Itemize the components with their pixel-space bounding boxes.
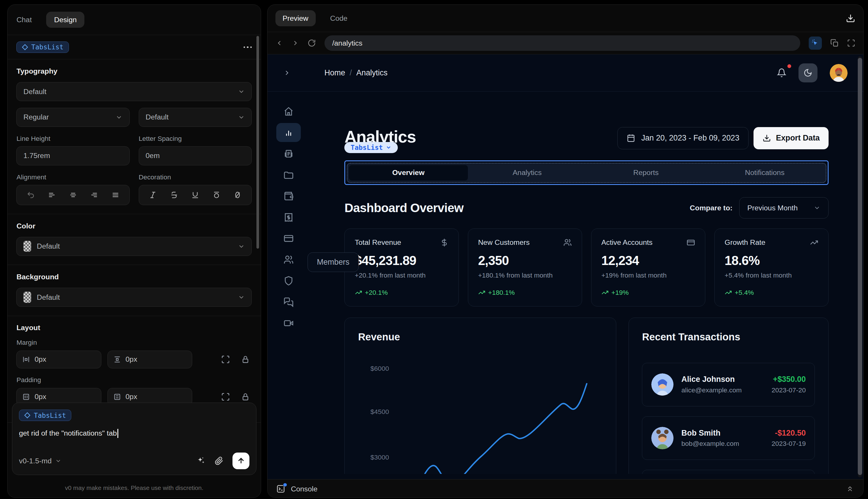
chevron-down-icon xyxy=(238,88,245,95)
tab-code[interactable]: Code xyxy=(330,14,347,23)
composer-input[interactable]: get rid of the "notifications" tab xyxy=(19,429,249,438)
font-weight-select[interactable]: Regular xyxy=(16,108,130,127)
preview-scrollbar[interactable] xyxy=(858,58,862,475)
margin-y-input[interactable]: 0px xyxy=(108,351,192,368)
credit-card-icon xyxy=(284,233,294,243)
sidebar-item-printer[interactable] xyxy=(276,144,301,163)
reset-alignment-icon[interactable] xyxy=(27,191,35,199)
lock-margin-icon[interactable] xyxy=(241,355,250,364)
color-select[interactable]: Default xyxy=(16,237,252,256)
avatar-bob xyxy=(651,427,673,449)
component-chip-tabslist[interactable]: TabsList xyxy=(16,41,69,53)
decoration-label: Decoration xyxy=(139,173,252,181)
sidebar-item-video[interactable] xyxy=(276,314,301,333)
strikethrough-icon[interactable] xyxy=(170,191,178,199)
padding-vertical-icon xyxy=(113,393,121,401)
export-data-button[interactable]: Export Data xyxy=(754,127,829,149)
sidebar-item-folder[interactable] xyxy=(276,165,301,184)
app-header: Home / Analytics xyxy=(268,54,863,92)
folder-icon xyxy=(284,170,294,180)
section-title: Dashboard Overview xyxy=(344,201,463,215)
users-icon xyxy=(284,255,294,265)
expand-margin-icon[interactable] xyxy=(221,355,230,364)
tab-design[interactable]: Design xyxy=(46,12,84,28)
left-panel-scrollbar[interactable] xyxy=(257,36,259,248)
sidebar-item-billing[interactable] xyxy=(276,208,301,227)
tab-reports[interactable]: Reports xyxy=(586,165,705,181)
compare-select[interactable]: Previous Month xyxy=(739,197,829,219)
composer-chip-tabslist[interactable]: TabsList xyxy=(19,410,71,421)
chevron-down-icon xyxy=(814,204,821,211)
sidebar-item-security[interactable] xyxy=(276,271,301,290)
forward-icon[interactable] xyxy=(292,39,299,47)
date-range-picker[interactable]: Jan 20, 2023 - Feb 09, 2023 xyxy=(617,127,748,149)
tab-chat[interactable]: Chat xyxy=(16,16,32,24)
sidebar-item-home[interactable] xyxy=(276,102,301,121)
credit-card-icon xyxy=(687,239,695,247)
margin-x-input[interactable]: 0px xyxy=(16,351,101,368)
sidebar-expand-icon[interactable] xyxy=(283,69,291,77)
font-family-select[interactable]: Default xyxy=(16,82,252,101)
stat-card-active-accounts: Active Accounts 12,234 +19% from last mo… xyxy=(591,229,706,306)
select-element-tool[interactable] xyxy=(809,37,822,50)
transaction-amount: -$120.50 xyxy=(772,429,806,438)
expand-padding-icon[interactable] xyxy=(221,392,230,401)
lock-padding-icon[interactable] xyxy=(241,393,250,401)
compare-label: Compare to: xyxy=(690,204,732,212)
copy-icon[interactable] xyxy=(830,39,839,47)
sparkles-icon[interactable] xyxy=(196,456,206,465)
background-select[interactable]: Default xyxy=(16,288,252,307)
moon-icon xyxy=(804,68,813,77)
transparent-swatch-icon xyxy=(23,292,31,303)
user-avatar[interactable] xyxy=(830,64,847,82)
fullscreen-icon[interactable] xyxy=(847,39,855,47)
selected-element-badge[interactable]: TabsList xyxy=(344,142,398,153)
align-justify-icon[interactable] xyxy=(111,191,120,199)
sidebar-item-members[interactable] xyxy=(276,251,301,269)
sidebar-item-analytics[interactable] xyxy=(276,123,301,142)
sidebar-item-messages[interactable] xyxy=(276,293,301,312)
line-height-input[interactable]: 1.75rem xyxy=(16,146,130,165)
url-input[interactable]: /analytics xyxy=(324,35,800,51)
theme-toggle-button[interactable] xyxy=(798,63,817,82)
users-icon xyxy=(563,239,572,247)
letter-spacing-input[interactable]: 0em xyxy=(139,146,252,165)
disclaimer-text: v0 may make mistakes. Please use with di… xyxy=(8,484,261,491)
app-sidebar xyxy=(268,92,310,479)
tab-notifications[interactable]: Notifications xyxy=(705,165,824,181)
chat-composer[interactable]: TabsList get rid of the "notifications" … xyxy=(12,403,257,475)
v0-workspace: Chat Design TabsList Typography Default … xyxy=(0,0,868,499)
app-viewport: Home / Analytics xyxy=(268,54,863,479)
italic-icon[interactable] xyxy=(149,191,157,199)
download-icon xyxy=(762,134,771,142)
more-options-icon[interactable] xyxy=(244,47,252,48)
back-icon[interactable] xyxy=(275,39,283,47)
tab-analytics[interactable]: Analytics xyxy=(468,165,587,181)
sidebar-item-wallet[interactable] xyxy=(276,187,301,206)
align-right-icon[interactable] xyxy=(90,191,98,199)
tab-overview[interactable]: Overview xyxy=(349,165,468,181)
paperclip-icon[interactable] xyxy=(215,457,224,465)
sidebar-item-cards[interactable] xyxy=(276,229,301,248)
panel-mode-tabs: Chat Design xyxy=(8,5,261,35)
align-left-icon[interactable] xyxy=(48,191,56,199)
model-selector[interactable]: v0-1.5-md xyxy=(19,457,62,465)
chevron-down-icon xyxy=(385,144,392,150)
no-decoration-icon[interactable] xyxy=(233,191,242,199)
send-button[interactable] xyxy=(233,452,249,469)
margin-vertical-icon xyxy=(113,355,121,363)
tab-preview[interactable]: Preview xyxy=(275,10,316,26)
underline-icon[interactable] xyxy=(191,191,199,199)
chevrons-up-icon[interactable] xyxy=(846,485,854,493)
notification-dot xyxy=(788,64,791,68)
refresh-icon[interactable] xyxy=(308,39,316,47)
notifications-button[interactable] xyxy=(777,68,786,77)
transaction-row-clipped xyxy=(642,470,815,474)
breadcrumb-home[interactable]: Home xyxy=(324,68,345,77)
download-button[interactable] xyxy=(846,13,855,23)
align-center-icon[interactable] xyxy=(69,191,77,199)
typography-title: Typography xyxy=(16,67,252,75)
font-size-select[interactable]: Default xyxy=(139,108,252,127)
overline-icon[interactable] xyxy=(212,191,221,199)
console-bar[interactable]: Console xyxy=(268,479,863,498)
